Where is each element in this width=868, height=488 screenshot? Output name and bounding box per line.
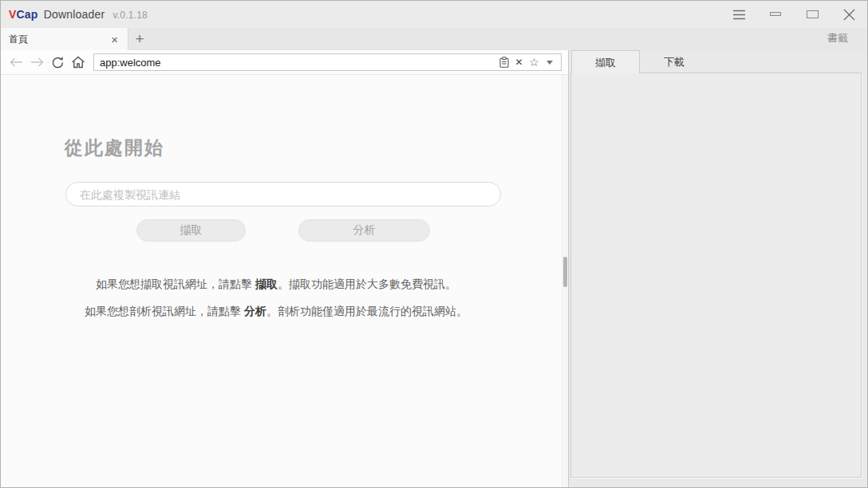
- window-controls: [714, 2, 867, 26]
- address-dropdown-icon[interactable]: [542, 54, 557, 70]
- address-input[interactable]: [94, 57, 496, 69]
- tab-home-label: 首頁: [9, 33, 28, 46]
- panel-content-empty: [570, 73, 862, 478]
- browser-pane: ✕ ☆ 從此處開始 擷取 分析 如果您想擷取視訊網址，請點擊 擷取。擷取功能適用…: [1, 50, 569, 487]
- maximize-icon[interactable]: [800, 2, 824, 26]
- analyze-hint-text: 如果您想剖析視訊網址，請點擊 分析。剖析功能僅適用於最流行的視訊網站。: [1, 305, 551, 319]
- bookmark-star-icon[interactable]: ☆: [527, 54, 542, 70]
- forward-icon[interactable]: [26, 50, 47, 74]
- page-title: 從此處開始: [65, 136, 164, 160]
- close-icon[interactable]: [837, 2, 861, 26]
- tab-home[interactable]: 首頁 ×: [1, 28, 128, 50]
- capture-hint-text: 如果您想擷取視訊網址，請點擊 擷取。擷取功能適用於大多數免費視訊。: [1, 277, 551, 292]
- back-icon[interactable]: [6, 50, 26, 74]
- app-window: VCap Downloader v.0.1.18 首頁 × + 書籤: [0, 0, 868, 488]
- reload-icon[interactable]: [47, 50, 68, 74]
- home-icon[interactable]: [68, 50, 89, 74]
- address-bar: ✕ ☆: [93, 53, 562, 71]
- video-link-input[interactable]: [65, 182, 501, 207]
- app-version: v.0.1.18: [113, 10, 148, 21]
- panel-tab-capture[interactable]: 擷取: [571, 50, 640, 73]
- welcome-page: 從此處開始 擷取 分析 如果您想擷取視訊網址，請點擊 擷取。擷取功能適用於大多數…: [1, 75, 568, 487]
- main-area: ✕ ☆ 從此處開始 擷取 分析 如果您想擷取視訊網址，請點擊 擷取。擷取功能適用…: [1, 50, 867, 487]
- capture-button[interactable]: 擷取: [136, 219, 246, 242]
- logo-cap: Cap: [17, 8, 38, 21]
- analyze-button[interactable]: 分析: [298, 219, 430, 242]
- tab-close-icon[interactable]: ×: [109, 33, 120, 45]
- vertical-scrollbar[interactable]: [562, 75, 568, 487]
- scrollbar-thumb[interactable]: [563, 257, 567, 287]
- minimize-icon[interactable]: [763, 2, 787, 26]
- browser-tab-bar: 首頁 × + 書籤: [1, 28, 867, 50]
- menu-icon[interactable]: [727, 2, 751, 26]
- bookmarks-button[interactable]: 書籤: [827, 28, 848, 50]
- panel-tab-bar: 擷取 下載: [569, 50, 867, 73]
- clear-address-icon[interactable]: ✕: [511, 54, 527, 70]
- logo-v: V: [9, 8, 17, 21]
- new-tab-button[interactable]: +: [128, 28, 151, 50]
- paste-icon[interactable]: [496, 54, 511, 70]
- panel-tab-download[interactable]: 下載: [640, 50, 708, 73]
- side-panel: 擷取 下載: [569, 50, 867, 487]
- app-logo: VCap Downloader v.0.1.18: [9, 8, 148, 21]
- navigation-bar: ✕ ☆: [1, 50, 568, 75]
- logo-name: Downloader: [44, 8, 105, 21]
- title-bar: VCap Downloader v.0.1.18: [1, 1, 867, 28]
